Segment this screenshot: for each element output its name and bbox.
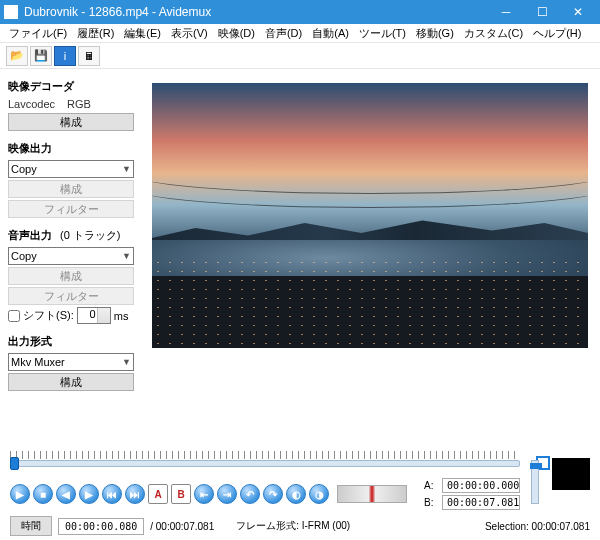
decoder-info: Lavcodec RGB (8, 98, 144, 110)
prev-frame-button[interactable]: ◀ (56, 484, 76, 504)
minimize-button[interactable]: ─ (488, 0, 524, 24)
shift-checkbox[interactable] (8, 310, 20, 322)
video-out-filter-button[interactable]: フィルター (8, 200, 134, 218)
window-titlebar: Dubrovnik - 12866.mp4 - Avidemux ─ ☐ ✕ (0, 0, 600, 24)
timeline[interactable] (10, 451, 590, 471)
audio-out-value: Copy (11, 250, 37, 262)
frame-type-label: フレーム形式: I-FRM (00) (236, 519, 350, 533)
chevron-down-icon: ▼ (122, 164, 131, 174)
format-select[interactable]: Mkv Muxer ▼ (8, 353, 134, 371)
menu-tools[interactable]: ツール(T) (354, 24, 411, 43)
close-button[interactable]: ✕ (560, 0, 596, 24)
format-value: Mkv Muxer (11, 356, 65, 368)
menu-view[interactable]: 表示(V) (166, 24, 213, 43)
mark-a-value: 00:00:00.000 (442, 478, 520, 493)
menu-custom[interactable]: カスタム(C) (459, 24, 528, 43)
maximize-button[interactable]: ☐ (524, 0, 560, 24)
info-icon[interactable]: i (54, 46, 76, 66)
audio-out-filter-button[interactable]: フィルター (8, 287, 134, 305)
mark-b-label: B: (424, 497, 438, 508)
goto-start-button[interactable]: ⇤ (194, 484, 214, 504)
volume-slider[interactable] (531, 460, 539, 504)
audio-out-select[interactable]: Copy ▼ (8, 247, 134, 265)
preview-area (152, 69, 600, 439)
calculator-icon[interactable]: 🖩 (78, 46, 100, 66)
shift-spinner[interactable]: 0 (77, 307, 111, 324)
audio-tracks: (0 トラック) (60, 228, 121, 243)
menu-file[interactable]: ファイル(F) (4, 24, 72, 43)
next-black-button[interactable]: ◑ (309, 484, 329, 504)
next-keyframe-button[interactable]: ⏭ (125, 484, 145, 504)
goto-end-button[interactable]: ⇥ (217, 484, 237, 504)
prev-keyframe-button[interactable]: ⏮ (102, 484, 122, 504)
menu-help[interactable]: ヘルプ(H) (528, 24, 586, 43)
timeline-track[interactable] (10, 460, 520, 467)
time-value[interactable]: 00:00:00.080 (58, 518, 144, 535)
window-title: Dubrovnik - 12866.mp4 - Avidemux (24, 5, 488, 19)
play-button[interactable]: ▶ (10, 484, 30, 504)
video-out-title: 映像出力 (8, 141, 144, 156)
mark-b-value: 00:00:07.081 (442, 495, 520, 510)
audio-out-config-button[interactable]: 構成 (8, 267, 134, 285)
audio-out-title: 音声出力 (8, 228, 52, 243)
open-icon[interactable]: 📂 (6, 46, 28, 66)
app-icon (4, 5, 18, 19)
duration-label: / 00:00:07.081 (150, 521, 214, 532)
time-mode-button[interactable]: 時間 (10, 516, 52, 536)
jog-wheel[interactable] (337, 485, 407, 503)
prev-black-button[interactable]: ◐ (286, 484, 306, 504)
format-title: 出力形式 (8, 334, 144, 349)
menu-recent[interactable]: 履歴(R) (72, 24, 119, 43)
stop-button[interactable]: ■ (33, 484, 53, 504)
video-out-config-button[interactable]: 構成 (8, 180, 134, 198)
timeline-scale (10, 451, 520, 459)
mark-a-label: A: (424, 480, 438, 491)
menu-edit[interactable]: 編集(E) (119, 24, 166, 43)
nav-row: ▶ ■ ◀ ▶ ⏮ ⏭ A B ⇤ ⇥ ↶ ↷ ◐ ◑ A: 00:00:00.… (10, 478, 590, 510)
menu-audio[interactable]: 音声(D) (260, 24, 307, 43)
selection-label: Selection: 00:00:07.081 (485, 521, 590, 532)
menu-bar: ファイル(F) 履歴(R) 編集(E) 表示(V) 映像(D) 音声(D) 自動… (0, 24, 600, 43)
set-b-button[interactable]: B (171, 484, 191, 504)
goto-b-button[interactable]: ↷ (263, 484, 283, 504)
audio-out-title-row: 音声出力 (0 トラック) (8, 228, 144, 243)
decoder-mode: RGB (67, 98, 91, 110)
video-out-select[interactable]: Copy ▼ (8, 160, 134, 178)
status-row: 時間 00:00:00.080 / 00:00:07.081 フレーム形式: I… (10, 516, 590, 536)
format-config-button[interactable]: 構成 (8, 373, 134, 391)
decoder-config-button[interactable]: 構成 (8, 113, 134, 131)
video-preview (152, 83, 588, 348)
shift-unit: ms (114, 310, 129, 322)
menu-auto[interactable]: 自動(A) (307, 24, 354, 43)
timeline-thumb[interactable] (10, 457, 19, 470)
decoder-codec: Lavcodec (8, 98, 55, 110)
shift-label: シフト(S): (23, 308, 74, 323)
goto-a-button[interactable]: ↶ (240, 484, 260, 504)
set-a-button[interactable]: A (148, 484, 168, 504)
chevron-down-icon: ▼ (122, 251, 131, 261)
video-out-value: Copy (11, 163, 37, 175)
decoder-title: 映像デコーダ (8, 79, 144, 94)
next-frame-button[interactable]: ▶ (79, 484, 99, 504)
sidebar: 映像デコーダ Lavcodec RGB 構成 映像出力 Copy ▼ 構成 フィ… (0, 69, 152, 439)
menu-video[interactable]: 映像(D) (213, 24, 260, 43)
menu-move[interactable]: 移動(G) (411, 24, 459, 43)
save-icon[interactable]: 💾 (30, 46, 52, 66)
chevron-down-icon: ▼ (122, 357, 131, 367)
toolbar: 📂 💾 i 🖩 (0, 43, 600, 69)
audio-shift-row: シフト(S): 0 ms (8, 307, 144, 324)
